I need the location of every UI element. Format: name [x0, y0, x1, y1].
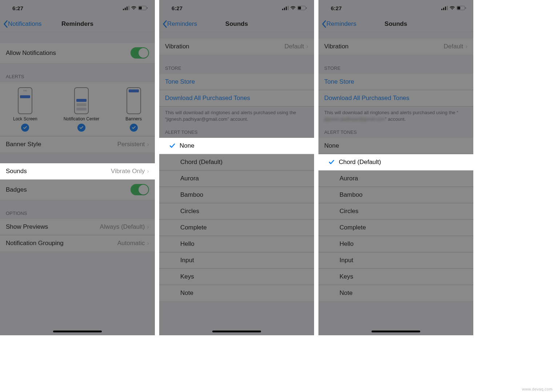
home-indicator[interactable]	[372, 331, 420, 332]
status-time: 6:27	[12, 5, 23, 11]
tone-row[interactable]: Complete	[159, 220, 314, 236]
tone-store-label: Tone Store	[324, 78, 354, 85]
tone-row[interactable]: Aurora	[159, 171, 314, 187]
tone-label: Keys	[340, 273, 467, 280]
back-button[interactable]: Reminders	[159, 20, 197, 28]
show-previews-label: Show Previews	[6, 223, 100, 231]
tone-row[interactable]: Complete	[318, 220, 473, 236]
alert-option-lock-screen[interactable]: 9:41 Lock Screen	[13, 87, 37, 132]
store-footer: This will download all ringtones and ale…	[318, 107, 473, 122]
svg-rect-7	[282, 9, 283, 10]
status-time: 6:27	[331, 5, 342, 11]
tone-label: Aurora	[340, 175, 467, 182]
allow-notifications-row[interactable]: Allow Notifications	[0, 43, 155, 63]
tone-row[interactable]: Circles	[159, 203, 314, 220]
tone-label: Chord (Default)	[180, 159, 308, 166]
status-icons	[282, 6, 307, 10]
svg-rect-14	[441, 9, 442, 10]
download-all-row[interactable]: Download All Purchased Tones	[318, 90, 473, 107]
screen-sounds-chord: 6:27 Reminders Sounds Vibration Default …	[318, 0, 473, 335]
account-email-blurred: jignesh.padhiyar@gmail.com	[324, 116, 385, 123]
battery-icon	[138, 6, 148, 10]
tone-store-row[interactable]: Tone Store	[159, 74, 314, 90]
chevron-left-icon	[321, 20, 326, 28]
tone-row[interactable]: Input	[318, 252, 473, 269]
nav-bar: Reminders Sounds	[318, 16, 473, 32]
alert-option-banners[interactable]: Banners	[125, 87, 142, 132]
wifi-icon	[449, 6, 455, 10]
download-all-label: Download All Purchased Tones	[324, 95, 409, 102]
alert-tones-header: ALERT TONES	[159, 129, 314, 138]
show-previews-row[interactable]: Show Previews Always (Default) ›	[0, 219, 155, 235]
badges-row[interactable]: Badges	[0, 180, 155, 200]
tone-row[interactable]: None	[318, 138, 473, 154]
tone-row[interactable]: Circles	[318, 203, 473, 220]
tone-row[interactable]: Bamboo	[318, 187, 473, 203]
status-bar: 6:27	[0, 0, 155, 16]
alert-option-label: Lock Screen	[13, 116, 37, 121]
tone-store-label: Tone Store	[165, 78, 195, 85]
tone-row[interactable]: Chord (Default)	[159, 154, 314, 171]
banner-style-label: Banner Style	[6, 141, 117, 148]
tone-label: Input	[340, 257, 467, 264]
tone-label: Hello	[340, 240, 467, 248]
download-all-label: Download All Purchased Tones	[165, 95, 250, 102]
notification-grouping-row[interactable]: Notification Grouping Automatic ›	[0, 235, 155, 251]
tone-row[interactable]: Aurora	[318, 171, 473, 187]
svg-rect-6	[139, 7, 142, 9]
tone-row[interactable]: None	[159, 138, 314, 154]
tone-row[interactable]: Hello	[159, 236, 314, 252]
tone-label: Complete	[340, 224, 467, 231]
tone-row[interactable]: Input	[159, 252, 314, 269]
badges-switch[interactable]	[131, 184, 149, 195]
show-previews-value: Always (Default)	[100, 223, 145, 231]
alert-option-notification-center[interactable]: Notification Center	[64, 87, 100, 132]
vibration-value: Default	[284, 43, 304, 50]
back-button[interactable]: Notifications	[0, 20, 42, 28]
svg-rect-17	[447, 6, 448, 10]
vibration-label: Vibration	[324, 43, 443, 50]
svg-rect-1	[125, 8, 126, 10]
svg-rect-2	[127, 7, 128, 10]
sounds-value: Vibrate Only	[111, 168, 145, 175]
alerts-options-row: 9:41 Lock Screen Notification Center Ban…	[0, 82, 155, 136]
checkmark-icon	[324, 159, 339, 165]
back-button[interactable]: Reminders	[318, 20, 356, 28]
tone-label: Circles	[180, 208, 308, 215]
svg-rect-16	[445, 7, 446, 10]
tone-row[interactable]: Keys	[318, 269, 473, 285]
sounds-row[interactable]: Sounds Vibrate Only ›	[0, 163, 155, 180]
alert-option-label: Notification Center	[64, 116, 100, 121]
home-indicator[interactable]	[212, 331, 261, 332]
allow-notifications-label: Allow Notifications	[6, 49, 131, 57]
checkmark-icon	[165, 143, 180, 149]
download-all-row[interactable]: Download All Purchased Tones	[159, 90, 314, 107]
wifi-icon	[290, 6, 296, 10]
tone-row[interactable]: Hello	[318, 236, 473, 252]
store-header: STORE	[159, 65, 314, 74]
tone-row[interactable]: Note	[159, 285, 314, 301]
allow-notifications-switch[interactable]	[131, 47, 149, 59]
checkmark-icon	[77, 124, 85, 132]
options-header: OPTIONS	[0, 211, 155, 219]
tone-row[interactable]: Note	[318, 285, 473, 301]
home-indicator[interactable]	[53, 331, 102, 332]
vibration-row[interactable]: Vibration Default ›	[318, 39, 473, 55]
banner-style-row[interactable]: Banner Style Persistent ›	[0, 136, 155, 152]
tone-row[interactable]: Chord (Default)	[318, 154, 473, 171]
tone-row[interactable]: Bamboo	[159, 187, 314, 203]
nav-bar: Reminders Sounds	[159, 16, 314, 32]
vibration-row[interactable]: Vibration Default ›	[159, 39, 314, 55]
svg-rect-9	[286, 7, 287, 10]
chevron-right-icon: ›	[147, 141, 149, 148]
banner-style-value: Persistent	[117, 141, 145, 148]
svg-rect-10	[288, 6, 289, 10]
cellular-icon	[123, 6, 129, 10]
tone-label: Input	[180, 257, 308, 264]
svg-rect-20	[457, 7, 460, 9]
svg-rect-0	[123, 9, 124, 10]
tone-row[interactable]: Keys	[159, 269, 314, 285]
tone-label: None	[180, 142, 308, 149]
tone-label: Bamboo	[180, 191, 308, 199]
tone-store-row[interactable]: Tone Store	[318, 74, 473, 90]
